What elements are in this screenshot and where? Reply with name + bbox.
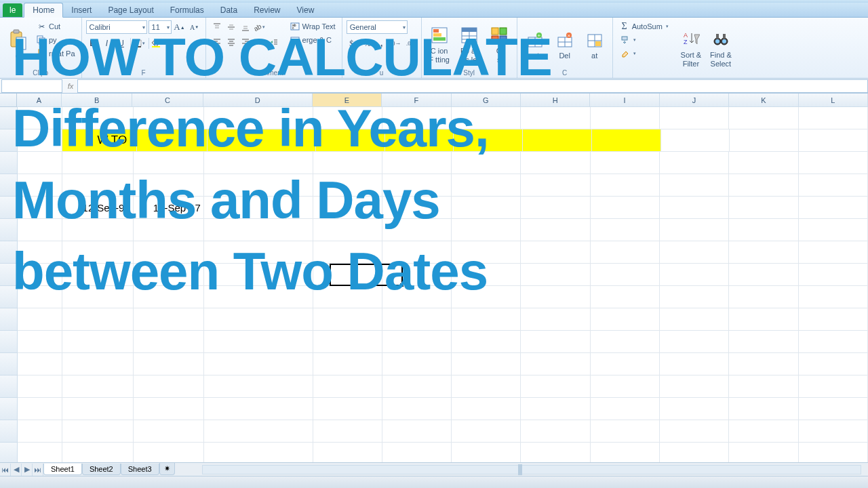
insert-cells-button[interactable]: + ert xyxy=(521,20,549,68)
cell-B2[interactable]: W TO CALCULATE Difference in Years, Mont… xyxy=(62,129,137,152)
cell-D9[interactable] xyxy=(204,286,313,308)
cell-B15[interactable] xyxy=(62,420,133,443)
cell-K6[interactable] xyxy=(729,219,798,241)
cell-D8[interactable] xyxy=(204,264,313,286)
cell-J8[interactable] xyxy=(660,264,729,286)
cell-K5[interactable] xyxy=(729,197,798,219)
cell-A1[interactable] xyxy=(18,107,62,129)
row-header-5[interactable] xyxy=(0,197,18,219)
cell-I1[interactable] xyxy=(591,107,660,129)
sheet-tab-2[interactable]: Sheet2 xyxy=(82,464,121,475)
cell-B10[interactable] xyxy=(62,308,133,331)
paste-button[interactable]: e xyxy=(4,20,31,68)
cell-K12[interactable] xyxy=(729,353,798,375)
cell-E6[interactable] xyxy=(313,219,382,241)
cell-A3[interactable] xyxy=(18,152,62,174)
wrap-text-button[interactable]: abc Wrap Text xyxy=(288,20,338,33)
cell-L5[interactable] xyxy=(799,197,868,219)
cell-K13[interactable] xyxy=(729,375,798,398)
cell-B1[interactable] xyxy=(62,107,133,129)
align-center-button[interactable] xyxy=(224,35,238,49)
tab-data[interactable]: Data xyxy=(212,3,245,17)
cell-J14[interactable] xyxy=(660,398,729,420)
align-left-button[interactable] xyxy=(210,35,224,49)
cell-C1[interactable] xyxy=(134,107,204,129)
conditional-formatting-button[interactable]: C ion F tting xyxy=(426,20,453,68)
cell-D6[interactable] xyxy=(204,219,313,241)
cell-D11[interactable] xyxy=(204,331,313,353)
tab-view[interactable]: View xyxy=(289,3,323,17)
sheet-nav-prev[interactable]: ◀ xyxy=(11,464,22,476)
cell-G6[interactable] xyxy=(452,219,521,241)
cell-D4[interactable] xyxy=(204,174,313,197)
cell-C13[interactable] xyxy=(134,375,204,398)
cell-I5[interactable] xyxy=(591,197,660,219)
delete-cells-button[interactable]: × Del xyxy=(551,20,578,68)
cell-E13[interactable] xyxy=(313,375,382,398)
cell-C6[interactable] xyxy=(134,219,204,241)
cell-J10[interactable] xyxy=(660,308,729,331)
cell-G3[interactable] xyxy=(452,152,521,174)
cell-I2[interactable] xyxy=(592,129,661,152)
cell-D15[interactable] xyxy=(204,420,313,443)
cell-F14[interactable] xyxy=(382,398,452,420)
cell-E9[interactable] xyxy=(313,286,382,308)
cell-K3[interactable] xyxy=(729,152,798,174)
cell-E11[interactable] xyxy=(313,331,382,353)
sort-filter-button[interactable]: AZ Sort & Filter xyxy=(677,20,705,75)
underline-button[interactable]: U xyxy=(115,37,128,50)
column-header-D[interactable]: D xyxy=(203,94,313,107)
cell-H7[interactable] xyxy=(521,241,590,264)
cell-I7[interactable] xyxy=(591,241,660,264)
cell-B13[interactable] xyxy=(62,375,133,398)
cell-F4[interactable] xyxy=(382,174,452,197)
cell-G8[interactable] xyxy=(452,264,521,286)
column-header-K[interactable]: K xyxy=(729,94,798,107)
cell-E8[interactable] xyxy=(313,264,382,286)
cell-H6[interactable] xyxy=(521,219,590,241)
cell-J2[interactable] xyxy=(661,129,730,152)
cell-J9[interactable] xyxy=(660,286,729,308)
tab-formulas[interactable]: Formulas xyxy=(162,3,212,17)
cell-A10[interactable] xyxy=(18,308,62,331)
increase-indent-button[interactable] xyxy=(267,35,281,49)
cell-E14[interactable] xyxy=(313,398,382,420)
fx-button[interactable]: fx xyxy=(64,82,77,90)
cell-H14[interactable] xyxy=(521,398,590,420)
merge-center-button[interactable]: a erge & C xyxy=(288,34,338,46)
cell-G1[interactable] xyxy=(452,107,521,129)
cell-G7[interactable] xyxy=(452,241,521,264)
align-middle-button[interactable] xyxy=(224,20,238,34)
sheet-nav-next[interactable]: ▶ xyxy=(22,464,33,476)
sheet-tab-1[interactable]: Sheet1 xyxy=(43,464,82,475)
cell-A12[interactable] xyxy=(18,353,62,375)
cell-I3[interactable] xyxy=(591,152,660,174)
cell-A4[interactable] xyxy=(18,174,62,197)
cell-J13[interactable] xyxy=(660,375,729,398)
column-header-G[interactable]: G xyxy=(452,94,521,107)
cell-D5[interactable] xyxy=(204,197,313,219)
scroll-split-handle[interactable] xyxy=(518,464,522,475)
cell-E3[interactable] xyxy=(313,152,382,174)
cell-F9[interactable] xyxy=(382,286,452,308)
cell-K11[interactable] xyxy=(729,331,798,353)
cell-F3[interactable] xyxy=(382,152,452,174)
clear-button[interactable]: ▾ xyxy=(617,47,671,60)
cell-B4[interactable] xyxy=(62,174,133,197)
cell-G15[interactable] xyxy=(452,420,521,443)
cell-K9[interactable] xyxy=(729,286,798,308)
cell-D2[interactable] xyxy=(208,129,316,152)
cell-F5[interactable] xyxy=(382,197,452,219)
cell-J7[interactable] xyxy=(660,241,729,264)
cell-A15[interactable] xyxy=(18,420,62,443)
cell-B9[interactable] xyxy=(62,286,133,308)
cell-F7[interactable] xyxy=(382,241,452,264)
cell-H5[interactable] xyxy=(521,197,590,219)
cell-D14[interactable] xyxy=(204,398,313,420)
fill-button[interactable]: ▾ xyxy=(617,34,671,46)
tab-review[interactable]: Review xyxy=(245,3,288,17)
cell-D1[interactable] xyxy=(204,107,313,129)
cell-D3[interactable] xyxy=(204,152,313,174)
cell-G2[interactable] xyxy=(454,129,523,152)
cell-J5[interactable] xyxy=(660,197,729,219)
